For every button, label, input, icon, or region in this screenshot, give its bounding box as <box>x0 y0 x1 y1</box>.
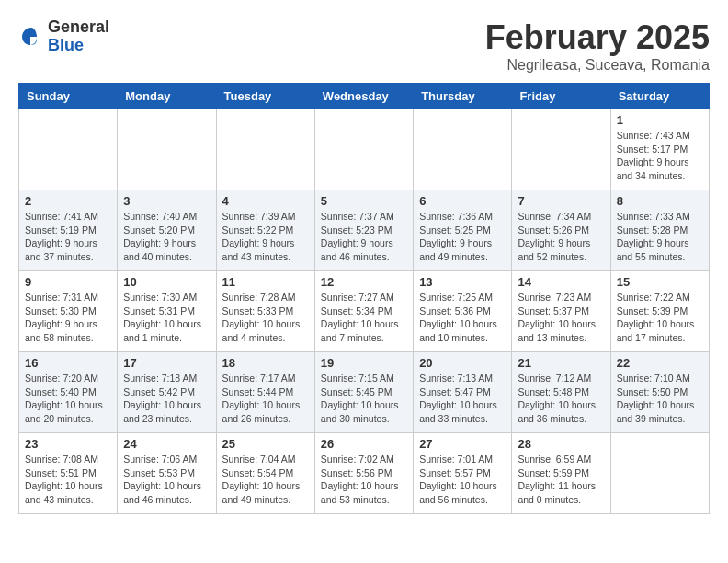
day-info: Sunrise: 7:36 AM Sunset: 5:25 PM Dayligh… <box>419 210 506 264</box>
weekday-header-row: SundayMondayTuesdayWednesdayThursdayFrid… <box>19 84 710 109</box>
day-number: 15 <box>617 275 703 289</box>
day-number: 8 <box>617 194 703 208</box>
day-info: Sunrise: 7:39 AM Sunset: 5:22 PM Dayligh… <box>222 210 309 264</box>
day-info: Sunrise: 7:08 AM Sunset: 5:51 PM Dayligh… <box>25 453 111 507</box>
day-info: Sunrise: 7:40 AM Sunset: 5:20 PM Dayligh… <box>123 210 210 264</box>
table-row: 27Sunrise: 7:01 AM Sunset: 5:57 PM Dayli… <box>414 433 512 514</box>
table-row: 18Sunrise: 7:17 AM Sunset: 5:44 PM Dayli… <box>216 352 314 433</box>
table-row: 10Sunrise: 7:30 AM Sunset: 5:31 PM Dayli… <box>118 271 216 352</box>
day-number: 3 <box>123 194 210 208</box>
day-info: Sunrise: 7:27 AM Sunset: 5:34 PM Dayligh… <box>321 291 407 345</box>
day-number: 4 <box>222 194 309 208</box>
day-info: Sunrise: 6:59 AM Sunset: 5:59 PM Dayligh… <box>518 453 604 507</box>
table-row: 5Sunrise: 7:37 AM Sunset: 5:23 PM Daylig… <box>314 190 413 271</box>
table-row: 12Sunrise: 7:27 AM Sunset: 5:34 PM Dayli… <box>314 271 413 352</box>
day-number: 21 <box>518 356 604 370</box>
table-row: 2Sunrise: 7:41 AM Sunset: 5:19 PM Daylig… <box>19 190 118 271</box>
day-number: 2 <box>25 194 111 208</box>
day-number: 5 <box>321 194 407 208</box>
table-row: 20Sunrise: 7:13 AM Sunset: 5:47 PM Dayli… <box>414 352 512 433</box>
calendar-table: SundayMondayTuesdayWednesdayThursdayFrid… <box>18 83 710 514</box>
table-row: 6Sunrise: 7:36 AM Sunset: 5:25 PM Daylig… <box>414 190 512 271</box>
day-info: Sunrise: 7:18 AM Sunset: 5:42 PM Dayligh… <box>123 372 210 426</box>
day-info: Sunrise: 7:43 AM Sunset: 5:17 PM Dayligh… <box>617 129 703 183</box>
day-number: 23 <box>25 437 111 451</box>
table-row <box>19 109 118 190</box>
weekday-header-wednesday: Wednesday <box>314 84 413 109</box>
title-area: February 2025 Negrileasa, Suceava, Roman… <box>485 18 710 74</box>
day-info: Sunrise: 7:12 AM Sunset: 5:48 PM Dayligh… <box>518 372 604 426</box>
week-row-2: 2Sunrise: 7:41 AM Sunset: 5:19 PM Daylig… <box>19 190 710 271</box>
day-info: Sunrise: 7:31 AM Sunset: 5:30 PM Dayligh… <box>25 291 111 345</box>
week-row-3: 9Sunrise: 7:31 AM Sunset: 5:30 PM Daylig… <box>19 271 710 352</box>
day-number: 14 <box>518 275 604 289</box>
table-row: 26Sunrise: 7:02 AM Sunset: 5:56 PM Dayli… <box>314 433 413 514</box>
day-number: 7 <box>518 194 604 208</box>
day-number: 12 <box>321 275 407 289</box>
day-info: Sunrise: 7:10 AM Sunset: 5:50 PM Dayligh… <box>617 372 703 426</box>
logo-blue: Blue <box>48 37 109 55</box>
table-row <box>512 109 610 190</box>
day-number: 10 <box>123 275 210 289</box>
day-info: Sunrise: 7:22 AM Sunset: 5:39 PM Dayligh… <box>617 291 703 345</box>
table-row: 11Sunrise: 7:28 AM Sunset: 5:33 PM Dayli… <box>216 271 314 352</box>
table-row: 9Sunrise: 7:31 AM Sunset: 5:30 PM Daylig… <box>19 271 118 352</box>
day-info: Sunrise: 7:23 AM Sunset: 5:37 PM Dayligh… <box>518 291 604 345</box>
location: Negrileasa, Suceava, Romania <box>485 57 710 74</box>
day-info: Sunrise: 7:34 AM Sunset: 5:26 PM Dayligh… <box>518 210 604 264</box>
weekday-header-friday: Friday <box>512 84 610 109</box>
table-row: 23Sunrise: 7:08 AM Sunset: 5:51 PM Dayli… <box>19 433 118 514</box>
day-info: Sunrise: 7:06 AM Sunset: 5:53 PM Dayligh… <box>123 453 210 507</box>
day-info: Sunrise: 7:13 AM Sunset: 5:47 PM Dayligh… <box>419 372 506 426</box>
day-info: Sunrise: 7:15 AM Sunset: 5:45 PM Dayligh… <box>321 372 407 426</box>
table-row: 28Sunrise: 6:59 AM Sunset: 5:59 PM Dayli… <box>512 433 610 514</box>
weekday-header-saturday: Saturday <box>610 84 709 109</box>
table-row: 25Sunrise: 7:04 AM Sunset: 5:54 PM Dayli… <box>216 433 314 514</box>
day-info: Sunrise: 7:30 AM Sunset: 5:31 PM Dayligh… <box>123 291 210 345</box>
day-info: Sunrise: 7:04 AM Sunset: 5:54 PM Dayligh… <box>222 453 309 507</box>
month-title: February 2025 <box>485 18 710 57</box>
table-row: 19Sunrise: 7:15 AM Sunset: 5:45 PM Dayli… <box>314 352 413 433</box>
day-number: 1 <box>617 113 703 127</box>
table-row <box>610 433 709 514</box>
table-row: 4Sunrise: 7:39 AM Sunset: 5:22 PM Daylig… <box>216 190 314 271</box>
day-number: 11 <box>222 275 309 289</box>
week-row-4: 16Sunrise: 7:20 AM Sunset: 5:40 PM Dayli… <box>19 352 710 433</box>
table-row: 15Sunrise: 7:22 AM Sunset: 5:39 PM Dayli… <box>610 271 709 352</box>
table-row <box>216 109 314 190</box>
day-number: 9 <box>25 275 111 289</box>
table-row: 14Sunrise: 7:23 AM Sunset: 5:37 PM Dayli… <box>512 271 610 352</box>
table-row: 24Sunrise: 7:06 AM Sunset: 5:53 PM Dayli… <box>118 433 216 514</box>
day-number: 19 <box>321 356 407 370</box>
table-row <box>414 109 512 190</box>
table-row <box>118 109 216 190</box>
logo: General Blue <box>18 18 109 55</box>
day-number: 20 <box>419 356 506 370</box>
day-number: 25 <box>222 437 309 451</box>
logo-general: General <box>48 18 109 37</box>
logo-text: General Blue <box>48 18 109 55</box>
day-info: Sunrise: 7:37 AM Sunset: 5:23 PM Dayligh… <box>321 210 407 264</box>
week-row-1: 1Sunrise: 7:43 AM Sunset: 5:17 PM Daylig… <box>19 109 710 190</box>
table-row: 13Sunrise: 7:25 AM Sunset: 5:36 PM Dayli… <box>414 271 512 352</box>
table-row: 17Sunrise: 7:18 AM Sunset: 5:42 PM Dayli… <box>118 352 216 433</box>
day-number: 13 <box>419 275 506 289</box>
page-header: General Blue February 2025 Negrileasa, S… <box>18 18 710 74</box>
day-info: Sunrise: 7:41 AM Sunset: 5:19 PM Dayligh… <box>25 210 111 264</box>
table-row <box>314 109 413 190</box>
week-row-5: 23Sunrise: 7:08 AM Sunset: 5:51 PM Dayli… <box>19 433 710 514</box>
weekday-header-sunday: Sunday <box>19 84 118 109</box>
weekday-header-tuesday: Tuesday <box>216 84 314 109</box>
table-row: 3Sunrise: 7:40 AM Sunset: 5:20 PM Daylig… <box>118 190 216 271</box>
day-number: 24 <box>123 437 210 451</box>
day-info: Sunrise: 7:28 AM Sunset: 5:33 PM Dayligh… <box>222 291 309 345</box>
day-number: 26 <box>321 437 407 451</box>
day-info: Sunrise: 7:02 AM Sunset: 5:56 PM Dayligh… <box>321 453 407 507</box>
day-number: 28 <box>518 437 604 451</box>
table-row: 7Sunrise: 7:34 AM Sunset: 5:26 PM Daylig… <box>512 190 610 271</box>
day-number: 18 <box>222 356 309 370</box>
day-number: 6 <box>419 194 506 208</box>
table-row: 21Sunrise: 7:12 AM Sunset: 5:48 PM Dayli… <box>512 352 610 433</box>
day-info: Sunrise: 7:25 AM Sunset: 5:36 PM Dayligh… <box>419 291 506 345</box>
day-number: 16 <box>25 356 111 370</box>
